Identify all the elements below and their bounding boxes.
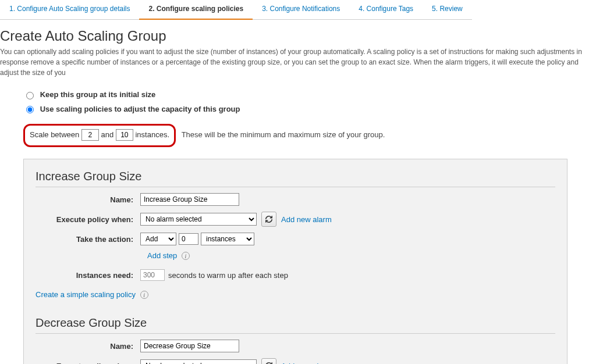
scale-between-highlight: Scale between and instances.	[23, 124, 176, 147]
increase-action-label: Take the action:	[36, 235, 140, 244]
increase-heading: Increase Group Size	[36, 170, 555, 187]
wizard-steps: 1. Configure Auto Scaling group details …	[0, 0, 596, 20]
increase-name-label: Name:	[36, 195, 140, 204]
radio-keep-initial-label: Keep this group at its initial size	[40, 90, 156, 99]
scale-max-input[interactable]	[116, 129, 133, 141]
wizard-step-5[interactable]: 5. Review	[423, 0, 472, 20]
simple-policy-link[interactable]: Create a simple scaling policy	[36, 290, 136, 299]
increase-name-input[interactable]	[140, 193, 239, 206]
wizard-step-2[interactable]: 2. Configure scaling policies	[139, 0, 253, 20]
policy-mode-radios: Keep this group at its initial size Use …	[23, 90, 596, 113]
increase-warmup-suffix: seconds to warm up after each step	[168, 271, 288, 280]
refresh-icon	[265, 215, 273, 223]
scale-between-and: and	[101, 130, 114, 139]
decrease-alarm-select[interactable]: No alarm selected	[140, 359, 257, 364]
page-description: You can optionally add scaling policies …	[0, 47, 596, 78]
decrease-execute-label: Execute policy when:	[36, 362, 140, 364]
scale-between-prefix: Scale between	[30, 130, 79, 139]
page-title: Create Auto Scaling Group	[0, 28, 596, 44]
decrease-name-label: Name:	[36, 342, 140, 351]
increase-add-alarm-link[interactable]: Add new alarm	[281, 215, 332, 224]
scale-min-input[interactable]	[81, 129, 99, 141]
scale-between-hint: These will be the minimum and maximum si…	[182, 130, 385, 139]
decrease-heading: Decrease Group Size	[36, 316, 555, 334]
increase-refresh-button[interactable]	[261, 212, 276, 227]
decrease-refresh-button[interactable]	[261, 358, 276, 364]
increase-alarm-select[interactable]: No alarm selected	[140, 213, 257, 226]
radio-keep-initial[interactable]	[26, 92, 34, 99]
wizard-step-1[interactable]: 1. Configure Auto Scaling group details	[0, 0, 139, 20]
wizard-step-4[interactable]: 4. Configure Tags	[349, 0, 423, 20]
scale-between-suffix: instances.	[135, 130, 169, 139]
wizard-step-3[interactable]: 3. Configure Notifications	[253, 0, 349, 20]
increase-unit-select[interactable]: instances	[201, 233, 254, 245]
refresh-icon	[265, 362, 273, 364]
radio-use-policies[interactable]	[26, 106, 34, 113]
increase-amount-input[interactable]	[179, 233, 198, 245]
decrease-name-input[interactable]	[140, 340, 239, 352]
scale-between-row: Scale between and instances. These will …	[23, 124, 596, 147]
increase-add-step-link[interactable]: Add step	[147, 251, 177, 260]
policy-panel: Increase Group Size Name: Execute policy…	[23, 159, 567, 364]
increase-action-select[interactable]: Add	[140, 233, 176, 245]
increase-execute-label: Execute policy when:	[36, 215, 140, 224]
info-icon[interactable]: i	[182, 252, 190, 260]
info-icon[interactable]: i	[140, 291, 148, 299]
increase-warmup-label: Instances need:	[36, 271, 140, 280]
radio-use-policies-label: Use scaling policies to adjust the capac…	[40, 105, 240, 113]
increase-warmup-input[interactable]	[140, 269, 165, 281]
decrease-add-alarm-link[interactable]: Add new alarm	[281, 362, 332, 364]
